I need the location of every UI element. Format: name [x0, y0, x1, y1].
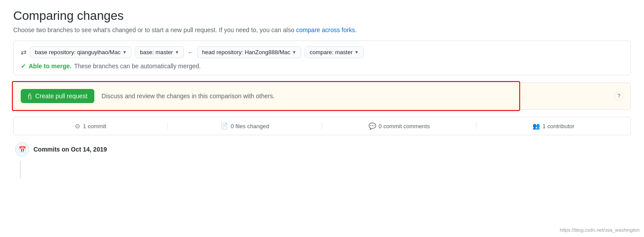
stat-icon-3: 👥	[532, 122, 540, 130]
head-repo-arrow-icon: ▼	[292, 50, 297, 55]
compare-controls: ⇄ base repository: qianguyihao/Mac ▼ bas…	[21, 46, 623, 58]
stat-value-3: 1 contributor	[543, 123, 574, 130]
stat-item-2: 💬0 commit comments	[322, 122, 476, 130]
able-to-merge-text: Able to merge.	[29, 63, 71, 70]
pr-description-text: Discuss and review the changes in this c…	[101, 93, 275, 100]
base-branch-arrow-icon: ▼	[175, 50, 179, 55]
stat-icon-1: 📄	[220, 122, 228, 130]
commits-section: 📅 Commits on Oct 14, 2019	[13, 142, 631, 183]
merge-status: ✓ Able to merge. These branches can be a…	[21, 63, 623, 70]
checkmark-icon: ✓	[21, 63, 26, 70]
stat-value-2: 0 commit comments	[379, 123, 430, 130]
page-subtitle: Choose two branches to see what's change…	[13, 26, 631, 33]
stat-icon-0: ⊙	[75, 122, 80, 130]
stat-value-0: 1 commit	[83, 123, 106, 130]
create-pr-button-label: Create pull request	[35, 93, 87, 100]
subtitle-text: Choose two branches to see what's change…	[13, 26, 294, 33]
stat-item-3: 👥1 contributor	[476, 122, 630, 130]
compare-branch-label: compare: master	[309, 49, 353, 56]
pull-request-icon: ῇ	[28, 93, 32, 100]
stat-icon-2: 💬	[369, 122, 376, 130]
base-repo-label: base repository: qianguyihao/Mac	[35, 49, 120, 56]
compare-arrows-icon: ⇄	[21, 48, 26, 56]
create-pull-request-button[interactable]: ῇ Create pull request	[21, 89, 94, 103]
create-pr-section: ῇ Create pull request Discuss and review…	[13, 82, 631, 110]
timeline-line	[20, 161, 21, 178]
help-icon[interactable]: ?	[614, 92, 623, 100]
stat-item-0: ⊙1 commit	[14, 122, 168, 130]
stat-value-1: 0 files changed	[231, 123, 269, 130]
stat-item-1: 📄0 files changed	[168, 122, 322, 130]
page-title: Comparing changes	[13, 9, 631, 23]
base-repo-dropdown[interactable]: base repository: qianguyihao/Mac ▼	[30, 46, 131, 58]
compare-forks-link[interactable]: compare across forks.	[296, 26, 357, 33]
head-repo-dropdown[interactable]: head repository: HanZong888/Mac ▼	[197, 46, 301, 58]
base-branch-label: base: master	[140, 49, 173, 56]
base-branch-dropdown[interactable]: base: master ▼	[135, 46, 184, 58]
merge-description: These branches can be automatically merg…	[74, 63, 201, 70]
commits-date-label: Commits on Oct 14, 2019	[34, 146, 107, 153]
direction-arrow-icon: ←	[187, 49, 194, 56]
compare-bar: ⇄ base repository: qianguyihao/Mac ▼ bas…	[13, 41, 631, 75]
head-repo-label: head repository: HanZong888/Mac	[202, 49, 290, 56]
compare-branch-arrow-icon: ▼	[354, 50, 359, 55]
compare-branch-dropdown[interactable]: compare: master ▼	[305, 46, 363, 58]
stats-bar: ⊙1 commit📄0 files changed💬0 commit comme…	[13, 117, 631, 135]
commits-calendar-icon: 📅	[15, 142, 29, 156]
commits-date-header: 📅 Commits on Oct 14, 2019	[13, 142, 631, 156]
base-repo-arrow-icon: ▼	[122, 50, 127, 55]
